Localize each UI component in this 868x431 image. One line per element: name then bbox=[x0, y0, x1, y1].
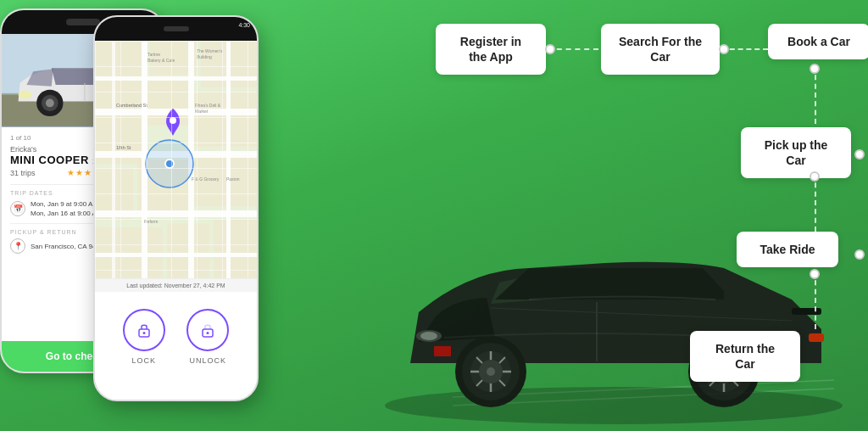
dashed-line-5-6 bbox=[815, 271, 816, 329]
svg-rect-54 bbox=[95, 41, 146, 109]
map-view: Cumberland St 18th St Tartine Bakery & C… bbox=[95, 41, 257, 278]
lock-button-container: LOCK bbox=[123, 309, 165, 365]
location-icon: 📍 bbox=[10, 238, 25, 254]
map-last-updated: Last updated: November 27, 4:42 PM bbox=[95, 278, 257, 292]
svg-rect-69 bbox=[95, 76, 257, 81]
svg-text:Market: Market bbox=[195, 109, 209, 114]
step-search-label: Search For theCar bbox=[619, 35, 702, 64]
lock-unlock-area: LOCK UNLOCK bbox=[95, 292, 257, 382]
svg-rect-62 bbox=[192, 155, 257, 206]
svg-text:Tartine: Tartine bbox=[147, 52, 160, 57]
step-book-label: Book a Car bbox=[787, 35, 850, 48]
svg-rect-64 bbox=[167, 223, 209, 278]
step-register-label: Register inthe App bbox=[460, 35, 521, 64]
svg-rect-71 bbox=[142, 41, 147, 278]
step-return: Return theCar bbox=[690, 331, 800, 382]
connector-dot-2 bbox=[719, 44, 729, 54]
step-take-ride-label: Take Ride bbox=[760, 243, 815, 256]
phone-2-device: 4:30 bbox=[93, 15, 259, 401]
svg-text:18th St: 18th St bbox=[116, 145, 131, 150]
svg-rect-67 bbox=[95, 151, 257, 158]
svg-text:Cumberland St: Cumberland St bbox=[116, 103, 147, 108]
svg-text:Paxton: Paxton bbox=[226, 176, 240, 182]
svg-rect-74 bbox=[112, 41, 115, 278]
svg-point-92 bbox=[207, 332, 209, 334]
step-search: Search For theCar bbox=[601, 24, 720, 75]
svg-rect-70 bbox=[95, 253, 257, 257]
svg-text:Reform: Reform bbox=[144, 219, 158, 224]
connector-dot-6 bbox=[854, 249, 865, 260]
svg-point-90 bbox=[142, 332, 145, 334]
svg-text:Rhea's Deli &: Rhea's Deli & bbox=[195, 103, 221, 108]
dashed-line-3-4 bbox=[815, 66, 816, 124]
svg-rect-72 bbox=[188, 41, 194, 278]
unlock-label: UNLOCK bbox=[189, 356, 226, 365]
connector-dot-5 bbox=[810, 171, 820, 182]
phone-2-status-bar: 4:30 bbox=[238, 22, 250, 28]
svg-point-86 bbox=[146, 140, 193, 188]
step-book: Book a Car bbox=[768, 24, 868, 59]
car-name-label: MINI COOPER bbox=[10, 154, 89, 166]
svg-rect-65 bbox=[214, 219, 257, 278]
svg-rect-66 bbox=[95, 109, 257, 115]
step-return-label: Return theCar bbox=[715, 342, 775, 371]
svg-rect-58 bbox=[146, 79, 188, 126]
svg-rect-56 bbox=[201, 41, 257, 87]
lock-button[interactable] bbox=[123, 309, 165, 351]
svg-rect-73 bbox=[226, 41, 231, 278]
dashed-line-1-2 bbox=[548, 48, 598, 50]
svg-rect-61 bbox=[137, 160, 188, 210]
calendar-icon: 📅 bbox=[10, 201, 25, 216]
unlock-button[interactable] bbox=[186, 309, 229, 351]
svg-rect-55 bbox=[150, 41, 197, 75]
svg-text:The Women's: The Women's bbox=[197, 48, 223, 53]
unlock-button-container: UNLOCK bbox=[186, 309, 229, 365]
dashed-line-4-5 bbox=[815, 174, 816, 232]
svg-rect-60 bbox=[95, 168, 133, 219]
step-take-ride: Take Ride bbox=[737, 232, 838, 267]
svg-text:Building: Building bbox=[197, 54, 212, 59]
step-register: Register inthe App bbox=[436, 24, 546, 75]
svg-point-46 bbox=[46, 99, 54, 108]
step-pickup: Pick up theCar bbox=[741, 127, 851, 178]
step-pickup-label: Pick up theCar bbox=[765, 138, 828, 167]
svg-rect-59 bbox=[192, 92, 257, 147]
svg-point-33 bbox=[420, 332, 437, 340]
svg-rect-68 bbox=[95, 210, 257, 217]
svg-point-51 bbox=[19, 91, 32, 99]
svg-text:F & G Grocery: F & G Grocery bbox=[192, 176, 220, 182]
svg-point-88 bbox=[170, 117, 176, 124]
svg-rect-63 bbox=[95, 227, 163, 278]
phone-2-notch: 4:30 bbox=[95, 17, 257, 41]
svg-rect-53 bbox=[95, 41, 257, 278]
trips-count: 31 trips bbox=[10, 169, 36, 177]
svg-text:Bakery & Cafe: Bakery & Cafe bbox=[147, 58, 175, 63]
connector-dot-4 bbox=[854, 149, 865, 160]
lock-label: LOCK bbox=[131, 356, 156, 365]
connector-dot-7 bbox=[810, 269, 820, 279]
connector-dot-1 bbox=[545, 44, 555, 54]
svg-point-87 bbox=[165, 160, 174, 168]
steps-flow: Register inthe App Search For theCar Boo… bbox=[436, 8, 860, 424]
svg-rect-57 bbox=[95, 113, 142, 164]
connector-dot-3 bbox=[810, 64, 820, 74]
